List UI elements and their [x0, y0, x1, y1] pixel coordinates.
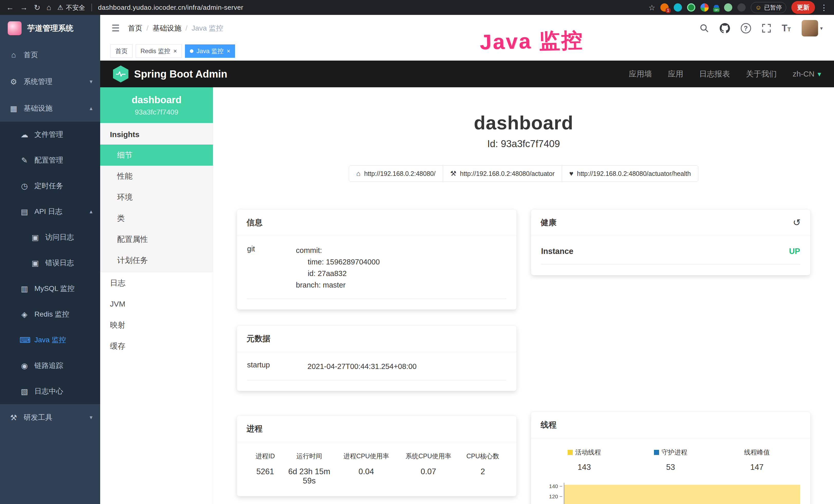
- sba-nav-about[interactable]: 关于我们: [746, 69, 777, 79]
- extension-icon-1[interactable]: 1: [660, 3, 668, 12]
- home-nav-icon[interactable]: ⌂: [46, 3, 51, 12]
- tabs-bar: 首页 Redis 监控 × Java 监控 ×: [100, 42, 834, 61]
- close-icon[interactable]: ×: [173, 47, 177, 55]
- font-size-icon[interactable]: TT: [782, 23, 791, 33]
- extension-icon-2[interactable]: [674, 3, 682, 12]
- sidebar-item-scheduled-jobs[interactable]: ◷ 定时任务: [0, 173, 100, 199]
- locale-select[interactable]: zh-CN ▾: [793, 70, 821, 78]
- sba-brand-title[interactable]: Spring Boot Admin: [134, 68, 227, 80]
- sidebar-item-dev-tools[interactable]: ⚒ 研发工具 ▾: [0, 404, 100, 431]
- tab-java-monitor[interactable]: Java 监控 ×: [185, 44, 235, 58]
- bookmark-star-icon[interactable]: ☆: [649, 3, 656, 12]
- tab-label: Java 监控: [197, 47, 223, 55]
- extension-icon-7[interactable]: [738, 3, 746, 12]
- trace-icon: ◉: [20, 361, 29, 370]
- sba-nav-wallboard[interactable]: 应用墙: [629, 69, 652, 79]
- sidebar-item-system-mgmt[interactable]: ⚙ 系统管理 ▾: [0, 68, 100, 95]
- infrastructure-submenu: ☁ 文件管理 ✎ 配置管理 ◷ 定时任务 ▤ API 日志 ▴ ▣: [0, 122, 100, 404]
- fullscreen-icon[interactable]: [762, 24, 771, 33]
- service-url-button[interactable]: ⌂ http://192.168.0.2:48080/: [349, 165, 443, 182]
- timer-icon: ◷: [20, 182, 29, 190]
- sba-nav-applications[interactable]: 应用: [668, 69, 683, 79]
- sidebar-item-file-mgmt[interactable]: ☁ 文件管理: [0, 122, 100, 147]
- sba-item-details[interactable]: 细节: [100, 144, 213, 166]
- app-header: ☰ 首页 / 基础设施 / Java 监控 ?: [100, 15, 834, 42]
- sidebar-item-error-logs[interactable]: ▣ 错误日志: [0, 250, 100, 276]
- user-menu[interactable]: ▾: [802, 20, 823, 37]
- extension-icon-5[interactable]: on: [714, 5, 719, 10]
- sba-item-jvm[interactable]: JVM: [100, 294, 213, 315]
- health-url-button[interactable]: ♥ http://192.168.0.2:48080/actuator/heal…: [562, 165, 698, 182]
- instance-header[interactable]: dashboard 93a3fc7f7409: [100, 87, 213, 123]
- sidebar-item-infrastructure[interactable]: ▦ 基础设施 ▴: [0, 95, 100, 122]
- database-icon: ▥: [20, 284, 29, 293]
- extension-icon-3[interactable]: [687, 3, 695, 12]
- sba-item-classes[interactable]: 类: [100, 208, 213, 229]
- sba-nav-journal[interactable]: 日志报表: [699, 69, 730, 79]
- sidebar-item-redis-monitor[interactable]: ◈ Redis 监控: [0, 301, 100, 327]
- col-header: 进程ID: [247, 452, 283, 460]
- sidebar-item-label: MySQL 监控: [35, 284, 74, 294]
- sidebar-item-mysql-monitor[interactable]: ▥ MySQL 监控: [0, 276, 100, 301]
- process-card: 进程 进程ID 5261 运行时间: [237, 416, 517, 496]
- tab-home[interactable]: 首页: [110, 44, 133, 58]
- reload-icon[interactable]: ↻: [34, 3, 40, 12]
- sidebar-item-tracing[interactable]: ◉ 链路追踪: [0, 353, 100, 379]
- sidebar-item-home[interactable]: ⌂ 首页: [0, 42, 100, 68]
- status-badge: UP: [789, 247, 800, 256]
- help-icon[interactable]: ?: [741, 23, 751, 33]
- sidebar-item-api-logs[interactable]: ▤ API 日志 ▴: [0, 199, 100, 224]
- security-indicator[interactable]: ⚠ 不安全: [57, 3, 85, 12]
- history-icon[interactable]: ↺: [793, 217, 800, 228]
- close-icon[interactable]: ×: [226, 47, 230, 55]
- sidebar-collapse-icon[interactable]: ☰: [111, 23, 120, 33]
- sidebar-item-config-mgmt[interactable]: ✎ 配置管理: [0, 147, 100, 173]
- github-icon[interactable]: [720, 23, 730, 33]
- search-icon[interactable]: [700, 24, 709, 33]
- sidebar-item-access-logs[interactable]: ▣ 访问日志: [0, 224, 100, 250]
- forward-icon[interactable]: →: [20, 3, 28, 12]
- paused-badge[interactable]: ☺ 已暂停: [751, 2, 786, 13]
- back-icon[interactable]: ←: [6, 3, 14, 12]
- app-logo-row[interactable]: 芋道管理系统: [0, 15, 100, 42]
- extension-badge: 1: [665, 8, 671, 13]
- chart-plot-area: [564, 483, 800, 504]
- actuator-url-button[interactable]: ⚒ http://192.168.0.2:48080/actuator: [443, 165, 562, 182]
- breadcrumb-item[interactable]: 首页: [128, 23, 142, 33]
- sba-item-metrics[interactable]: 性能: [100, 166, 213, 187]
- service-url: http://192.168.0.2:48080/: [364, 170, 436, 177]
- chevron-down-icon: ▾: [90, 78, 92, 85]
- extension-icon-4[interactable]: [700, 3, 709, 12]
- sidebar-item-java-monitor[interactable]: ⌨ Java 监控: [0, 327, 100, 353]
- active-dot: [190, 49, 193, 53]
- process-col: 运行时间 6d 23h 15m 59s: [283, 452, 335, 485]
- breadcrumb-item[interactable]: 基础设施: [153, 23, 181, 33]
- heart-icon: ♥: [569, 170, 573, 178]
- sidebar-item-log-center[interactable]: ▧ 日志中心: [0, 379, 100, 404]
- sba-item-config-props[interactable]: 配置属性: [100, 229, 213, 250]
- sba-item-scheduled-tasks[interactable]: 计划任务: [100, 250, 213, 271]
- threads-card: 线程 活动线程 143 守护进程: [531, 412, 811, 504]
- sba-item-caches[interactable]: 缓存: [100, 336, 213, 357]
- sidebar-item-label: 研发工具: [24, 413, 52, 422]
- breadcrumb: 首页 / 基础设施 / Java 监控: [128, 23, 223, 33]
- browser-menu-icon[interactable]: ⋮: [820, 3, 828, 12]
- health-instance-row[interactable]: Instance UP: [541, 245, 800, 265]
- sba-item-environment[interactable]: 环境: [100, 187, 213, 208]
- sidebar-item-label: 配置管理: [35, 155, 63, 165]
- admin-sidebar: 芋道管理系统 ⌂ 首页 ⚙ 系统管理 ▾ ▦ 基础设施 ▴ ☁ 文件管理: [0, 15, 100, 504]
- instance-sidebar: dashboard 93a3fc7f7409 Insights 细节 性能 环境…: [100, 87, 213, 504]
- sba-item-loggers[interactable]: 日志: [100, 272, 213, 294]
- tab-label: 首页: [115, 47, 128, 55]
- instance-name: dashboard: [100, 94, 213, 106]
- sba-item-mappings[interactable]: 映射: [100, 315, 213, 336]
- active-threads-area: [564, 485, 800, 504]
- address-url[interactable]: dashboard.yudao.iocoder.cn/infra/admin-s…: [98, 4, 243, 12]
- update-button[interactable]: 更新: [791, 1, 815, 14]
- sidebar-item-label: 日志中心: [35, 386, 63, 396]
- col-value: 2: [460, 467, 506, 476]
- legend-swatch-yellow: [568, 450, 573, 455]
- extension-icon-6[interactable]: [724, 3, 732, 12]
- tab-redis-monitor[interactable]: Redis 监控 ×: [136, 44, 182, 58]
- legend-live-threads: 活动线程 143: [541, 448, 628, 472]
